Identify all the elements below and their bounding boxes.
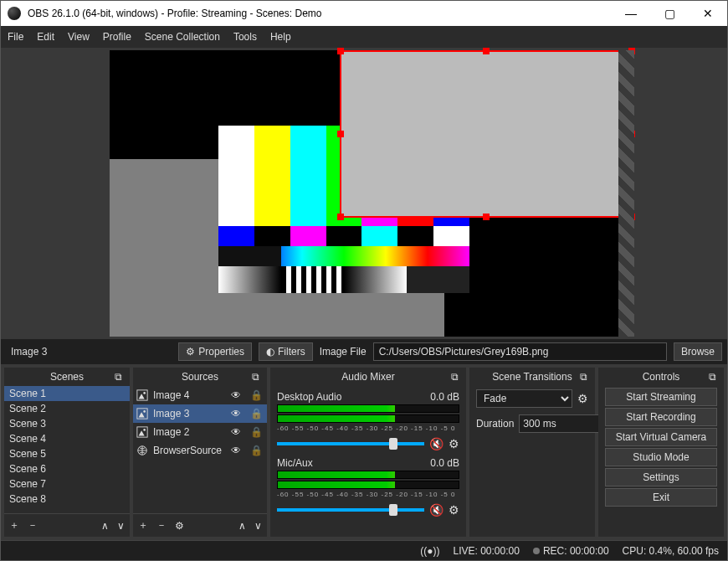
move-scene-up-button[interactable]: ∧: [101, 520, 109, 532]
channel-name: Desktop Audio: [277, 391, 341, 403]
mute-button[interactable]: 🔇: [429, 437, 443, 450]
browse-button[interactable]: Browse: [674, 342, 722, 361]
scenes-header: Scenes ⧉: [4, 368, 130, 386]
popout-icon[interactable]: ⧉: [252, 371, 264, 383]
scene-item[interactable]: Scene 3: [4, 416, 130, 431]
scenes-panel: Scenes ⧉ Scene 1Scene 2Scene 3Scene 4Sce…: [4, 368, 130, 537]
gear-icon: ⚙: [186, 346, 195, 358]
add-source-button[interactable]: ＋: [138, 518, 148, 533]
scene-item[interactable]: Scene 1: [4, 386, 130, 401]
menu-tools[interactable]: Tools: [233, 31, 257, 43]
menu-scene-collection[interactable]: Scene Collection: [145, 31, 220, 43]
source-item[interactable]: Image 4👁🔒: [133, 386, 267, 404]
lock-toggle[interactable]: 🔒: [249, 408, 264, 419]
transitions-header: Scene Transitions ⧉: [469, 368, 595, 386]
window-title: OBS 26.1.0 (64-bit, windows) - Profile: …: [28, 8, 612, 19]
remove-source-button[interactable]: －: [156, 518, 167, 533]
sources-list[interactable]: Image 4👁🔒Image 3👁🔒Image 2👁🔒BrowserSource…: [133, 386, 267, 513]
app-window: OBS 26.1.0 (64-bit, windows) - Profile: …: [0, 0, 728, 561]
source-item[interactable]: Image 2👁🔒: [133, 423, 267, 441]
close-button[interactable]: ✕: [689, 1, 727, 26]
source-item[interactable]: BrowserSource👁🔒: [133, 441, 267, 460]
level-meter: [277, 414, 459, 423]
rec-dot-icon: [533, 548, 540, 554]
volume-slider[interactable]: [277, 442, 424, 445]
mute-button[interactable]: 🔇: [429, 503, 443, 517]
control-button[interactable]: Start Virtual Camera: [605, 428, 717, 446]
control-button[interactable]: Start Recording: [605, 408, 717, 426]
menu-profile[interactable]: Profile: [103, 31, 131, 43]
channel-settings-button[interactable]: ⚙: [449, 437, 459, 450]
move-scene-down-button[interactable]: ∨: [117, 520, 125, 532]
menubar: File Edit View Profile Scene Collection …: [1, 26, 727, 48]
transition-settings-button[interactable]: ⚙: [577, 392, 588, 405]
channel-settings-button[interactable]: ⚙: [449, 503, 459, 517]
control-button[interactable]: Settings: [605, 468, 717, 486]
channel-level: 0.0 dB: [430, 391, 459, 403]
scenes-list[interactable]: Scene 1Scene 2Scene 3Scene 4Scene 5Scene…: [4, 386, 130, 513]
popout-icon[interactable]: ⧉: [580, 371, 592, 383]
controls-list: Start StreamingStart RecordingStart Virt…: [598, 386, 724, 508]
titlebar: OBS 26.1.0 (64-bit, windows) - Profile: …: [1, 1, 727, 26]
preview-overflow-hatch: [618, 50, 634, 337]
mixer-header: Audio Mixer ⧉: [270, 368, 466, 386]
volume-slider[interactable]: [277, 508, 424, 512]
source-name: Image 3: [153, 408, 223, 419]
broadcast-icon: ((●)): [420, 545, 439, 557]
menu-help[interactable]: Help: [270, 31, 291, 43]
preview-source-image3-selected[interactable]: [340, 50, 633, 218]
svg-point-2: [143, 392, 146, 394]
image-icon: [136, 389, 148, 401]
level-meter: [277, 471, 459, 479]
control-button[interactable]: Start Streaming: [605, 388, 717, 406]
meter-ticks: -60 -55 -50 -45 -40 -35 -30 -25 -20 -15 …: [277, 425, 459, 432]
scene-item[interactable]: Scene 8: [4, 492, 130, 507]
svg-marker-4: [139, 412, 145, 417]
visibility-toggle[interactable]: 👁: [228, 408, 244, 419]
lock-toggle[interactable]: 🔒: [249, 445, 264, 456]
mixer-channel: Desktop Audio0.0 dB-60 -55 -50 -45 -40 -…: [270, 388, 466, 454]
lock-toggle[interactable]: 🔒: [249, 389, 264, 401]
source-properties-button[interactable]: ⚙: [175, 520, 184, 532]
source-item[interactable]: Image 3👁🔒: [133, 404, 267, 423]
preview-area[interactable]: [1, 48, 727, 339]
popout-icon[interactable]: ⧉: [115, 371, 126, 383]
visibility-toggle[interactable]: 👁: [228, 389, 244, 401]
move-source-down-button[interactable]: ∨: [254, 520, 262, 532]
scene-item[interactable]: Scene 2: [4, 401, 130, 416]
visibility-toggle[interactable]: 👁: [228, 426, 244, 438]
properties-button[interactable]: ⚙Properties: [178, 342, 252, 361]
preview-canvas[interactable]: [110, 50, 618, 337]
add-scene-button[interactable]: ＋: [9, 518, 19, 533]
popout-icon[interactable]: ⧉: [451, 371, 463, 383]
menu-file[interactable]: File: [8, 31, 23, 43]
popout-icon[interactable]: ⧉: [709, 371, 720, 383]
scene-item[interactable]: Scene 5: [4, 446, 130, 461]
control-button[interactable]: Exit: [605, 488, 717, 507]
scene-item[interactable]: Scene 6: [4, 461, 130, 476]
maximize-button[interactable]: ▢: [650, 1, 689, 26]
channel-name: Mic/Aux: [277, 457, 313, 469]
scene-item[interactable]: Scene 7: [4, 476, 130, 492]
transitions-panel: Scene Transitions ⧉ Fade ⚙ Duration ▲▼: [469, 368, 595, 537]
image-icon: [136, 426, 148, 438]
transition-type-select[interactable]: Fade: [476, 389, 572, 408]
menu-edit[interactable]: Edit: [37, 31, 54, 43]
remove-scene-button[interactable]: －: [28, 518, 38, 533]
control-button[interactable]: Studio Mode: [605, 448, 717, 466]
meter-ticks: -60 -55 -50 -45 -40 -35 -30 -25 -20 -15 …: [277, 491, 459, 498]
minimize-button[interactable]: —: [612, 1, 650, 26]
image-icon: [136, 408, 148, 419]
visibility-toggle[interactable]: 👁: [228, 445, 244, 456]
scene-item[interactable]: Scene 4: [4, 431, 130, 446]
move-source-up-button[interactable]: ∧: [238, 520, 246, 532]
status-live: LIVE: 00:00:00: [453, 545, 519, 557]
source-name: Image 2: [153, 426, 223, 438]
mixer-list: Desktop Audio0.0 dB-60 -55 -50 -45 -40 -…: [270, 386, 466, 537]
sources-toolbar: ＋ － ⚙ ∧ ∨: [133, 513, 267, 537]
lock-toggle[interactable]: 🔒: [249, 426, 264, 438]
menu-view[interactable]: View: [68, 31, 90, 43]
filters-button[interactable]: ◐Filters: [259, 342, 313, 361]
image-file-path-input[interactable]: C:/Users/OBS/Pictures/Grey169B.png: [373, 342, 667, 361]
globe-icon: [136, 445, 148, 456]
